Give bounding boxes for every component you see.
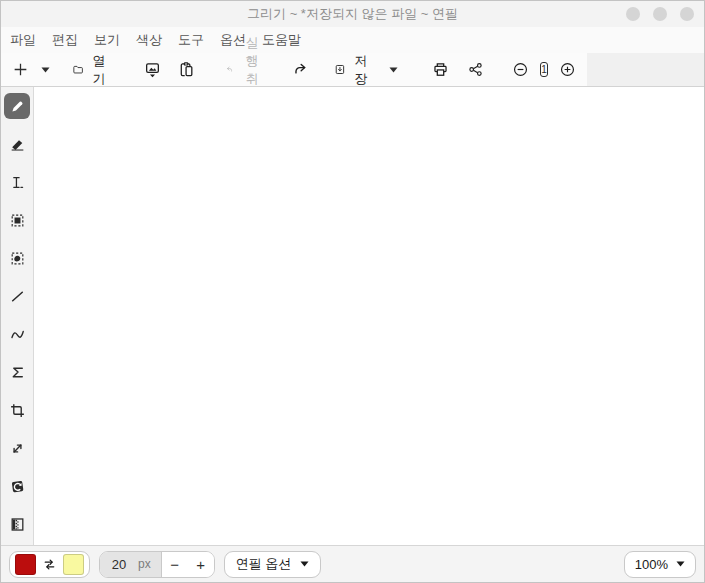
save-button[interactable]: 저장 (331, 56, 373, 84)
size-decrease-button[interactable]: − (162, 552, 188, 577)
redo-icon (293, 61, 310, 78)
screenshot-icon (144, 61, 161, 78)
menu-file[interactable]: 파일 (9, 29, 37, 51)
menu-help[interactable]: 도움말 (261, 29, 302, 51)
tool-crop[interactable] (4, 397, 30, 423)
new-image-dropdown[interactable] (38, 56, 53, 84)
tools-sidebar (1, 87, 34, 545)
zoom-level-indicator[interactable]: 1 (540, 62, 548, 77)
tool-eraser[interactable] (4, 131, 30, 157)
tool-pencil[interactable] (4, 93, 30, 119)
rect-select-icon (9, 212, 26, 229)
menu-tools[interactable]: 도구 (177, 29, 205, 51)
window-control-1[interactable] (626, 7, 640, 21)
drawing-canvas[interactable] (34, 87, 704, 545)
tool-curve[interactable] (4, 321, 30, 347)
window-title: 그리기 ~ *저장되지 않은 파일 ~ 연필 (247, 5, 458, 23)
line-icon (9, 288, 26, 305)
chevron-down-icon (41, 67, 50, 73)
share-button[interactable] (464, 56, 487, 84)
size-increase-button[interactable]: + (188, 552, 214, 577)
tool-options-button[interactable]: 연필 옵션 (224, 551, 322, 578)
paste-icon (178, 61, 195, 78)
insert-text-icon (9, 174, 26, 191)
crop-icon (9, 402, 26, 419)
tool-scale[interactable] (4, 435, 30, 461)
pencil-icon (9, 98, 26, 115)
filters-icon (9, 516, 26, 533)
folder-icon (72, 61, 84, 78)
tool-rotate[interactable] (4, 473, 30, 499)
toolbar-main: 열기 (1, 53, 587, 86)
menu-colors[interactable]: 색상 (135, 29, 163, 51)
size-unit-label: px (138, 557, 151, 571)
undo-button[interactable]: 실행 취소 (222, 56, 268, 84)
chevron-down-icon (676, 561, 685, 567)
paste-button[interactable] (175, 56, 198, 84)
new-image-button[interactable] (9, 56, 32, 84)
tool-options-label: 연필 옵션 (236, 555, 292, 573)
swap-colors-button[interactable] (41, 553, 58, 575)
toolbar-empty-area (587, 53, 704, 86)
rotate-icon (9, 478, 26, 495)
menu-view[interactable]: 보기 (93, 29, 121, 51)
chevron-down-icon (389, 67, 398, 73)
window-controls (626, 7, 694, 21)
print-icon (432, 61, 449, 78)
save-icon (334, 61, 346, 78)
titlebar: 그리기 ~ *저장되지 않은 파일 ~ 연필 (1, 1, 704, 27)
tool-shape[interactable] (4, 359, 30, 385)
menubar: 파일 편집 보기 색상 도구 옵션 도움말 (1, 27, 704, 53)
size-value: 20 (110, 557, 128, 572)
toolbar: 열기 (1, 53, 704, 87)
tool-size-control: 20 px − + (99, 551, 215, 578)
print-button[interactable] (429, 56, 452, 84)
save-label: 저장 (352, 52, 370, 88)
redo-button[interactable] (290, 56, 313, 84)
open-button[interactable]: 열기 (69, 56, 111, 84)
screenshot-button[interactable] (141, 56, 164, 84)
zoom-out-button[interactable] (509, 56, 532, 84)
save-dropdown[interactable] (386, 56, 401, 84)
tool-rect-select[interactable] (4, 207, 30, 233)
app-window: 그리기 ~ *저장되지 않은 파일 ~ 연필 파일 편집 보기 색상 도구 옵션… (0, 0, 705, 583)
scale-icon (9, 440, 26, 457)
tool-free-select[interactable] (4, 245, 30, 271)
primary-color-swatch[interactable] (15, 554, 36, 575)
plus-icon (12, 61, 29, 78)
app-body (1, 87, 704, 545)
tool-filters[interactable] (4, 511, 30, 537)
undo-icon (225, 61, 233, 78)
zoom-value: 100% (635, 557, 668, 572)
secondary-color-swatch[interactable] (63, 554, 84, 575)
statusbar: 20 px − + 연필 옵션 100% (1, 545, 704, 582)
window-control-2[interactable] (653, 7, 667, 21)
share-icon (467, 61, 484, 78)
tool-insert-text[interactable] (4, 169, 30, 195)
swap-arrows-icon (42, 557, 57, 572)
curve-icon (9, 326, 26, 343)
zoom-dropdown[interactable]: 100% (624, 551, 696, 578)
chevron-down-icon (300, 561, 309, 567)
eraser-icon (9, 136, 26, 153)
minus-circle-icon (512, 61, 529, 78)
plus-circle-icon (559, 61, 576, 78)
size-entry[interactable]: 20 px (100, 552, 162, 577)
menu-edit[interactable]: 편집 (51, 29, 79, 51)
window-control-3[interactable] (680, 7, 694, 21)
free-select-icon (9, 250, 26, 267)
zoom-in-button[interactable] (556, 56, 579, 84)
open-label: 열기 (90, 52, 108, 88)
tool-line[interactable] (4, 283, 30, 309)
color-tools (9, 551, 90, 578)
shape-icon (9, 364, 26, 381)
